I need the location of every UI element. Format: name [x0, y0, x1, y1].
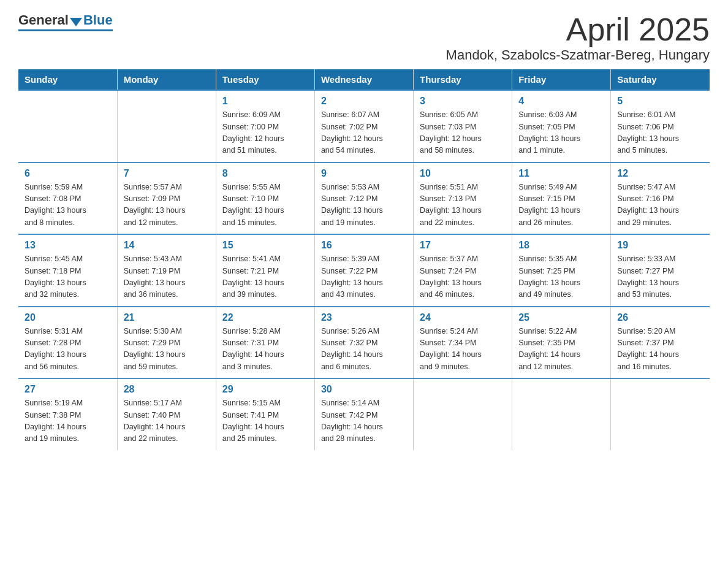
calendar-cell: 29Sunrise: 5:15 AMSunset: 7:41 PMDayligh… [216, 378, 314, 450]
day-info: Sunrise: 5:35 AMSunset: 7:25 PMDaylight:… [518, 253, 604, 301]
calendar-cell: 16Sunrise: 5:39 AMSunset: 7:22 PMDayligh… [314, 234, 413, 307]
calendar-cell [18, 90, 117, 163]
calendar-cell: 8Sunrise: 5:55 AMSunset: 7:10 PMDaylight… [216, 163, 314, 235]
day-info: Sunrise: 6:09 AMSunset: 7:00 PMDaylight:… [222, 109, 308, 157]
day-number: 4 [518, 96, 604, 107]
day-number: 27 [25, 384, 111, 395]
day-number: 18 [518, 240, 604, 251]
day-info: Sunrise: 5:57 AMSunset: 7:09 PMDaylight:… [124, 182, 210, 229]
calendar-cell: 13Sunrise: 5:45 AMSunset: 7:18 PMDayligh… [18, 234, 117, 307]
header-cell-friday: Friday [512, 69, 611, 90]
day-info: Sunrise: 5:19 AMSunset: 7:38 PMDaylight:… [25, 397, 111, 445]
header-cell-thursday: Thursday [414, 69, 512, 90]
day-number: 20 [25, 312, 111, 323]
day-number: 9 [321, 168, 407, 179]
day-info: Sunrise: 5:30 AMSunset: 7:29 PMDaylight:… [124, 326, 210, 373]
day-number: 21 [124, 312, 210, 323]
calendar-cell [611, 378, 710, 450]
week-row-5: 27Sunrise: 5:19 AMSunset: 7:38 PMDayligh… [18, 378, 710, 450]
logo-underline [18, 29, 113, 31]
day-info: Sunrise: 6:03 AMSunset: 7:05 PMDaylight:… [518, 109, 604, 157]
calendar-body: 1Sunrise: 6:09 AMSunset: 7:00 PMDaylight… [18, 90, 710, 450]
calendar-cell: 20Sunrise: 5:31 AMSunset: 7:28 PMDayligh… [18, 307, 117, 379]
day-info: Sunrise: 5:31 AMSunset: 7:28 PMDaylight:… [25, 326, 111, 373]
logo-arrow-icon [70, 18, 82, 26]
day-info: Sunrise: 5:55 AMSunset: 7:10 PMDaylight:… [222, 182, 308, 229]
calendar-cell: 27Sunrise: 5:19 AMSunset: 7:38 PMDayligh… [18, 378, 117, 450]
day-number: 25 [518, 312, 604, 323]
page-header: General Blue April 2025 Mandok, Szabolcs… [18, 12, 710, 63]
calendar-cell: 3Sunrise: 6:05 AMSunset: 7:03 PMDaylight… [414, 90, 512, 163]
calendar-cell [512, 378, 611, 450]
day-number: 10 [420, 168, 506, 179]
day-info: Sunrise: 5:22 AMSunset: 7:35 PMDaylight:… [518, 326, 604, 373]
day-info: Sunrise: 5:49 AMSunset: 7:15 PMDaylight:… [518, 182, 604, 229]
logo: General Blue [18, 12, 113, 31]
day-number: 13 [25, 240, 111, 251]
day-number: 22 [222, 312, 308, 323]
day-info: Sunrise: 6:01 AMSunset: 7:06 PMDaylight:… [617, 109, 703, 157]
day-number: 29 [222, 384, 308, 395]
calendar-cell: 12Sunrise: 5:47 AMSunset: 7:16 PMDayligh… [611, 163, 710, 235]
day-info: Sunrise: 5:37 AMSunset: 7:24 PMDaylight:… [420, 253, 506, 301]
calendar-cell: 21Sunrise: 5:30 AMSunset: 7:29 PMDayligh… [117, 307, 216, 379]
week-row-1: 1Sunrise: 6:09 AMSunset: 7:00 PMDaylight… [18, 90, 710, 163]
title-block: April 2025 Mandok, Szabolcs-Szatmar-Bere… [446, 12, 710, 63]
day-number: 1 [222, 96, 308, 107]
calendar-cell: 10Sunrise: 5:51 AMSunset: 7:13 PMDayligh… [414, 163, 512, 235]
day-number: 19 [617, 240, 703, 251]
day-number: 5 [617, 96, 703, 107]
day-info: Sunrise: 5:45 AMSunset: 7:18 PMDaylight:… [25, 253, 111, 301]
calendar-cell: 11Sunrise: 5:49 AMSunset: 7:15 PMDayligh… [512, 163, 611, 235]
day-number: 6 [25, 168, 111, 179]
day-number: 14 [124, 240, 210, 251]
calendar-cell: 1Sunrise: 6:09 AMSunset: 7:00 PMDaylight… [216, 90, 314, 163]
calendar-cell: 28Sunrise: 5:17 AMSunset: 7:40 PMDayligh… [117, 378, 216, 450]
header-cell-monday: Monday [117, 69, 216, 90]
calendar-cell [414, 378, 512, 450]
calendar-cell: 18Sunrise: 5:35 AMSunset: 7:25 PMDayligh… [512, 234, 611, 307]
day-info: Sunrise: 5:28 AMSunset: 7:31 PMDaylight:… [222, 326, 308, 373]
calendar-cell: 22Sunrise: 5:28 AMSunset: 7:31 PMDayligh… [216, 307, 314, 379]
day-number: 23 [321, 312, 407, 323]
calendar-cell: 24Sunrise: 5:24 AMSunset: 7:34 PMDayligh… [414, 307, 512, 379]
day-info: Sunrise: 6:07 AMSunset: 7:02 PMDaylight:… [321, 109, 407, 157]
logo-blue-text: Blue [83, 12, 113, 28]
week-row-3: 13Sunrise: 5:45 AMSunset: 7:18 PMDayligh… [18, 234, 710, 307]
day-info: Sunrise: 5:17 AMSunset: 7:40 PMDaylight:… [124, 397, 210, 445]
day-info: Sunrise: 5:53 AMSunset: 7:12 PMDaylight:… [321, 182, 407, 229]
calendar-cell: 2Sunrise: 6:07 AMSunset: 7:02 PMDaylight… [314, 90, 413, 163]
day-number: 24 [420, 312, 506, 323]
day-info: Sunrise: 5:26 AMSunset: 7:32 PMDaylight:… [321, 326, 407, 373]
day-number: 3 [420, 96, 506, 107]
calendar-table: SundayMondayTuesdayWednesdayThursdayFrid… [18, 69, 710, 450]
day-number: 2 [321, 96, 407, 107]
calendar-cell: 26Sunrise: 5:20 AMSunset: 7:37 PMDayligh… [611, 307, 710, 379]
calendar-cell: 6Sunrise: 5:59 AMSunset: 7:08 PMDaylight… [18, 163, 117, 235]
day-number: 12 [617, 168, 703, 179]
day-number: 15 [222, 240, 308, 251]
calendar-cell [117, 90, 216, 163]
week-row-4: 20Sunrise: 5:31 AMSunset: 7:28 PMDayligh… [18, 307, 710, 379]
header-cell-sunday: Sunday [18, 69, 117, 90]
day-info: Sunrise: 5:33 AMSunset: 7:27 PMDaylight:… [617, 253, 703, 301]
day-number: 17 [420, 240, 506, 251]
calendar-cell: 14Sunrise: 5:43 AMSunset: 7:19 PMDayligh… [117, 234, 216, 307]
day-info: Sunrise: 5:15 AMSunset: 7:41 PMDaylight:… [222, 397, 308, 445]
calendar-header: SundayMondayTuesdayWednesdayThursdayFrid… [18, 69, 710, 90]
day-number: 11 [518, 168, 604, 179]
day-number: 7 [124, 168, 210, 179]
day-info: Sunrise: 5:39 AMSunset: 7:22 PMDaylight:… [321, 253, 407, 301]
calendar-cell: 15Sunrise: 5:41 AMSunset: 7:21 PMDayligh… [216, 234, 314, 307]
header-cell-tuesday: Tuesday [216, 69, 314, 90]
header-row: SundayMondayTuesdayWednesdayThursdayFrid… [18, 69, 710, 90]
day-number: 28 [124, 384, 210, 395]
day-info: Sunrise: 5:14 AMSunset: 7:42 PMDaylight:… [321, 397, 407, 445]
day-info: Sunrise: 5:59 AMSunset: 7:08 PMDaylight:… [25, 182, 111, 229]
header-cell-wednesday: Wednesday [314, 69, 413, 90]
calendar-cell: 5Sunrise: 6:01 AMSunset: 7:06 PMDaylight… [611, 90, 710, 163]
calendar-cell: 9Sunrise: 5:53 AMSunset: 7:12 PMDaylight… [314, 163, 413, 235]
day-number: 30 [321, 384, 407, 395]
header-cell-saturday: Saturday [611, 69, 710, 90]
logo-general-text: General [18, 12, 69, 28]
